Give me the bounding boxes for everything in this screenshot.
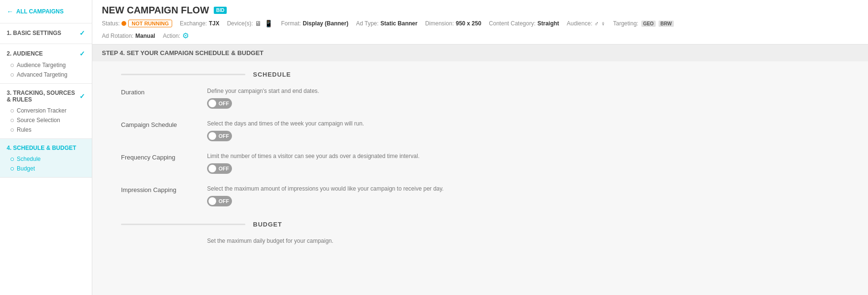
frequency-capping-toggle[interactable]: OFF bbox=[207, 163, 232, 174]
impression-capping-desc: Select the maximum amount of impressions… bbox=[207, 185, 849, 192]
impression-capping-toggle[interactable]: OFF bbox=[207, 196, 232, 206]
exchange-value: TJX bbox=[209, 20, 220, 27]
audience-label: 2. AUDIENCE bbox=[7, 50, 43, 57]
tracking-check-icon: ✓ bbox=[79, 92, 85, 100]
ad-rotation-meta: Ad Rotation: Manual bbox=[102, 33, 155, 39]
audience-label: Audience: bbox=[567, 20, 592, 27]
main-content: NEW CAMPAIGN FLOW BID Status: NOT RUNNIN… bbox=[92, 0, 868, 295]
back-to-campaigns[interactable]: ← ALL CAMPAIGNS bbox=[0, 0, 92, 23]
ad-type-value: Static Banner bbox=[381, 20, 418, 27]
impression-capping-label: Impression Capping bbox=[121, 185, 207, 193]
sidebar-section-schedule-budget: 4. SCHEDULE & BUDGET Schedule Budget bbox=[0, 139, 92, 178]
rules-label: Rules bbox=[17, 126, 32, 133]
basic-settings-check-icon: ✓ bbox=[79, 29, 85, 37]
sidebar-section-audience: 2. AUDIENCE ✓ Audience Targeting Advance… bbox=[0, 44, 92, 84]
advanced-targeting-label: Advanced Targeting bbox=[17, 71, 67, 78]
status-label: Status: bbox=[102, 20, 120, 27]
campaign-schedule-label: Campaign Schedule bbox=[121, 120, 207, 128]
male-icon: ♂ bbox=[594, 20, 599, 27]
ad-type-meta: Ad Type: Static Banner bbox=[356, 20, 418, 27]
duration-toggle-container: OFF bbox=[207, 98, 849, 109]
campaign-schedule-content: Select the days and times of the week yo… bbox=[207, 120, 849, 141]
budget-circle bbox=[11, 167, 14, 170]
back-arrow-icon: ← bbox=[7, 8, 13, 15]
ad-type-label: Ad Type: bbox=[356, 20, 378, 27]
audience-targeting-label: Audience Targeting bbox=[17, 62, 66, 68]
campaign-schedule-row: Campaign Schedule Select the days and ti… bbox=[121, 120, 849, 141]
content-category-label: Content Category: bbox=[489, 20, 535, 27]
tracking-label: 3. TRACKING, SOURCES & RULES bbox=[7, 90, 79, 103]
budget-label: Budget bbox=[17, 165, 35, 172]
sidebar-item-audience-targeting[interactable]: Audience Targeting bbox=[7, 60, 85, 70]
impression-capping-content: Select the maximum amount of impressions… bbox=[207, 185, 849, 206]
basic-settings-label: 1. BASIC SETTINGS bbox=[7, 30, 61, 36]
sidebar-item-source-selection[interactable]: Source Selection bbox=[7, 115, 85, 125]
schedule-title-bar: SCHEDULE bbox=[121, 71, 849, 78]
geo-badge: GEO bbox=[641, 21, 656, 27]
status-badge: NOT RUNNING bbox=[128, 20, 172, 27]
targeting-meta: Targeting: GEO BRW bbox=[613, 20, 674, 27]
status-meta: Status: NOT RUNNING bbox=[102, 20, 172, 27]
frequency-capping-label: Frequency Capping bbox=[121, 153, 207, 161]
exchange-meta: Exchange: TJX bbox=[180, 20, 220, 27]
duration-toggle-knob bbox=[209, 100, 216, 107]
campaign-schedule-toggle[interactable]: OFF bbox=[207, 131, 232, 141]
action-edit-icon[interactable]: ⚙︎ bbox=[182, 31, 189, 40]
budget-title: BUDGET bbox=[253, 221, 282, 228]
frequency-capping-toggle-label: OFF bbox=[219, 166, 229, 171]
status-dot-icon bbox=[121, 21, 126, 26]
frequency-capping-toggle-knob bbox=[209, 165, 216, 172]
budget-title-bar: BUDGET bbox=[121, 221, 849, 228]
campaign-schedule-desc: Select the days and times of the week yo… bbox=[207, 120, 849, 127]
format-label: Format: bbox=[281, 20, 301, 27]
meta-row: Status: NOT RUNNING Exchange: TJX Device… bbox=[102, 20, 858, 31]
impression-capping-row: Impression Capping Select the maximum am… bbox=[121, 185, 849, 206]
sidebar-item-rules[interactable]: Rules bbox=[7, 125, 85, 135]
duration-toggle[interactable]: OFF bbox=[207, 98, 232, 109]
bid-badge: BID bbox=[214, 7, 227, 14]
schedule-title: SCHEDULE bbox=[253, 71, 291, 78]
sidebar-item-schedule[interactable]: Schedule bbox=[7, 154, 85, 164]
campaign-title-row: NEW CAMPAIGN FLOW BID bbox=[102, 5, 858, 16]
targeting-label: Targeting: bbox=[613, 20, 638, 27]
step-header: STEP 4. SET YOUR CAMPAIGN SCHEDULE & BUD… bbox=[92, 45, 868, 61]
rules-circle bbox=[11, 128, 14, 132]
sidebar-item-budget[interactable]: Budget bbox=[7, 164, 85, 173]
frequency-capping-toggle-container: OFF bbox=[207, 163, 849, 174]
devices-label: Device(s): bbox=[227, 20, 253, 27]
exchange-label: Exchange: bbox=[180, 20, 207, 27]
audience-check-icon: ✓ bbox=[79, 50, 85, 57]
duration-label: Duration bbox=[121, 88, 207, 96]
frequency-capping-desc: Limit the number of times a visitor can … bbox=[207, 153, 849, 159]
duration-row: Duration Define your campaign's start an… bbox=[121, 88, 849, 109]
ad-rotation-value: Manual bbox=[135, 33, 155, 39]
sidebar-section-tracking: 3. TRACKING, SOURCES & RULES ✓ Conversio… bbox=[0, 84, 92, 139]
frequency-capping-row: Frequency Capping Limit the number of ti… bbox=[121, 153, 849, 174]
meta-row-2: Ad Rotation: Manual Action: ⚙︎ bbox=[102, 31, 858, 44]
budget-section: BUDGET Set the maximum daily budget for … bbox=[121, 221, 849, 248]
duration-desc: Define your campaign's start and end dat… bbox=[207, 88, 849, 94]
ad-rotation-label: Ad Rotation: bbox=[102, 33, 133, 39]
action-label: Action: bbox=[163, 33, 180, 39]
format-meta: Format: Display (Banner) bbox=[281, 20, 349, 27]
advanced-targeting-circle bbox=[11, 73, 14, 77]
sidebar-item-advanced-targeting[interactable]: Advanced Targeting bbox=[7, 70, 85, 79]
devices-meta: Device(s): 🖥 📱 bbox=[227, 20, 274, 27]
brw-badge: BRW bbox=[659, 21, 674, 27]
format-value: Display (Banner) bbox=[303, 20, 348, 27]
frequency-capping-content: Limit the number of times a visitor can … bbox=[207, 153, 849, 174]
source-selection-label: Source Selection bbox=[17, 117, 60, 124]
schedule-budget-label: 4. SCHEDULE & BUDGET bbox=[7, 145, 76, 151]
content-area: SCHEDULE Duration Define your campaign's… bbox=[92, 61, 868, 272]
conversion-tracker-label: Conversion Tracker bbox=[17, 107, 66, 114]
sidebar-item-conversion-tracker[interactable]: Conversion Tracker bbox=[7, 106, 85, 115]
schedule-circle bbox=[11, 158, 14, 161]
audience-meta: Audience: ♂ ♀ bbox=[567, 20, 605, 27]
content-category-value: Straight bbox=[538, 20, 559, 27]
source-selection-circle bbox=[11, 119, 14, 122]
desktop-icon: 🖥 bbox=[255, 20, 262, 27]
budget-empty-label bbox=[121, 238, 207, 238]
audience-targeting-circle bbox=[11, 64, 14, 67]
back-label: ALL CAMPAIGNS bbox=[16, 8, 64, 15]
top-header: NEW CAMPAIGN FLOW BID Status: NOT RUNNIN… bbox=[92, 0, 868, 45]
